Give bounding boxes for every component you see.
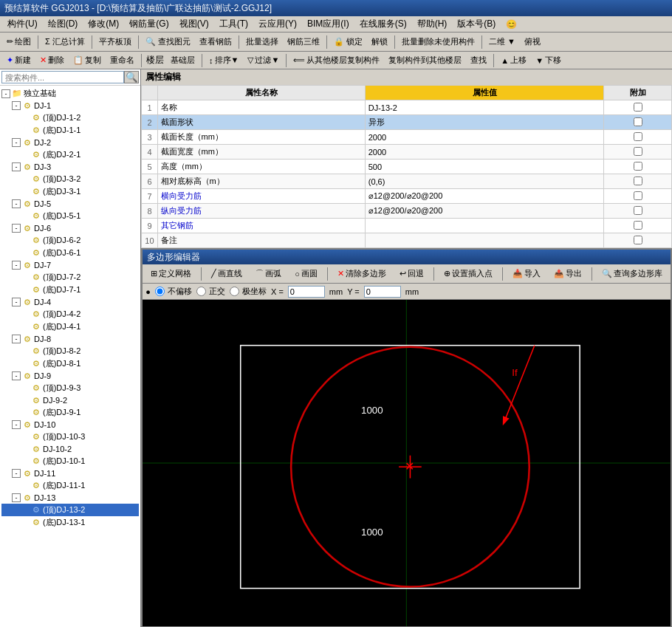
tree-node-dj11-1[interactable]: ⚙ (底)DJ-11-1 xyxy=(1,479,139,492)
tree-node-dj8-2[interactable]: ⚙ (顶)DJ-8-2 xyxy=(1,345,139,357)
dj8-toggle[interactable]: - xyxy=(12,335,21,343)
menu-rebar[interactable]: 钢筋量(G) xyxy=(125,17,173,31)
tree-node-dj6-1[interactable]: ⚙ (底)DJ-6-1 xyxy=(1,247,139,259)
menu-help[interactable]: 帮助(H) xyxy=(413,17,452,31)
view-2d-button[interactable]: 二维 ▼ xyxy=(485,35,519,49)
dj4-toggle[interactable]: - xyxy=(12,298,21,306)
tree-node-dj1-1[interactable]: ⚙ (底)DJ-1-1 xyxy=(1,124,139,137)
menu-version[interactable]: 版本号(B) xyxy=(453,17,500,31)
floor-align-button[interactable]: 平齐板顶 xyxy=(95,35,135,49)
menu-cloud[interactable]: 云应用(Y) xyxy=(254,17,301,31)
draw-button[interactable]: ✏ 绘图 xyxy=(3,35,35,49)
lock-button[interactable]: 🔒 锁定 xyxy=(330,35,366,49)
checkbox-8[interactable] xyxy=(634,206,642,215)
calc-button[interactable]: Σ 汇总计算 xyxy=(41,35,89,49)
prop-row-value-9[interactable] xyxy=(365,219,604,233)
dj5-toggle[interactable]: - xyxy=(12,199,21,208)
prop-row-checkbox-2[interactable] xyxy=(604,115,672,130)
tree-node-dj13[interactable]: - ⚙ DJ-13 xyxy=(1,492,139,504)
checkbox-7[interactable] xyxy=(634,191,642,200)
tree-area[interactable]: - 📁 独立基础 - ⚙ DJ-1 ⚙ (顶)DJ-1-2 ⚙ (底)DJ-1-… xyxy=(0,86,140,627)
unlock-button[interactable]: 解锁 xyxy=(368,35,391,49)
find-button[interactable]: 查找 xyxy=(467,53,490,67)
rebar3d-button[interactable]: 钢筋三维 xyxy=(284,35,323,49)
batch-select-button[interactable]: 批量选择 xyxy=(242,35,282,49)
import-button[interactable]: 📥 导入 xyxy=(507,267,546,281)
tree-node-dj9[interactable]: - ⚙ DJ-9 xyxy=(1,370,139,382)
menu-construct[interactable]: 构件(U) xyxy=(3,17,42,31)
tree-node-dj1[interactable]: - ⚙ DJ-1 xyxy=(1,100,139,112)
dj1-toggle[interactable]: - xyxy=(12,101,21,110)
tree-node-dj1-2[interactable]: ⚙ (顶)DJ-1-2 xyxy=(1,112,139,124)
tree-node-dj2-1[interactable]: ⚙ (底)DJ-2-1 xyxy=(1,148,139,161)
view-rebar-button[interactable]: 查看钢筋 xyxy=(196,35,236,49)
find-elem-button[interactable]: 🔍 查找图元 xyxy=(142,35,194,49)
orthogonal-group[interactable]: 正交 xyxy=(196,286,225,297)
tree-node-dj8[interactable]: - ⚙ DJ-8 xyxy=(1,333,139,345)
prop-row-value-6[interactable]: (0,6) xyxy=(365,174,604,189)
no-offset-radio[interactable] xyxy=(155,287,165,296)
delete-button[interactable]: ✕ 删除 xyxy=(36,53,68,67)
x-input[interactable] xyxy=(288,286,325,298)
tree-node-dj10[interactable]: - ⚙ DJ-10 xyxy=(1,419,139,431)
no-offset-group[interactable]: 不偏移 xyxy=(155,286,192,297)
up-button[interactable]: ▲ 上移 xyxy=(497,53,530,67)
dj10-toggle[interactable]: - xyxy=(12,420,21,429)
new-button[interactable]: ✦ 新建 xyxy=(3,53,35,67)
tree-node-dj6[interactable]: - ⚙ DJ-6 xyxy=(1,222,139,234)
tree-node-dj6-2[interactable]: ⚙ (顶)DJ-6-2 xyxy=(1,234,139,247)
rename-button[interactable]: 重命名 xyxy=(106,53,138,67)
root-toggle[interactable]: - xyxy=(1,89,10,98)
tree-node-dj10-1[interactable]: ⚙ (底)DJ-10-1 xyxy=(1,455,139,467)
prop-row-checkbox-8[interactable] xyxy=(604,204,672,219)
tree-node-dj8-1[interactable]: ⚙ (底)DJ-8-1 xyxy=(1,357,139,370)
search-input[interactable] xyxy=(1,71,124,83)
tree-node-dj13-2[interactable]: ⚙ (顶)DJ-13-2 xyxy=(1,504,139,516)
filter-button[interactable]: ▽ 过滤▼ xyxy=(244,53,283,67)
query-lib-button[interactable]: 🔍 查询多边形库 xyxy=(597,267,668,281)
tree-node-dj4-2[interactable]: ⚙ (顶)DJ-4-2 xyxy=(1,308,139,321)
tree-node-dj7-2[interactable]: ⚙ (顶)DJ-7-2 xyxy=(1,271,139,284)
tree-node-dj9-3[interactable]: ⚙ (顶)DJ-9-3 xyxy=(1,382,139,394)
tree-node-dj5[interactable]: - ⚙ DJ-5 xyxy=(1,198,139,210)
copy-to-button[interactable]: 复制构件到其他楼层 xyxy=(385,53,465,67)
y-input[interactable] xyxy=(364,286,401,298)
prop-row-value-2[interactable]: 异形 xyxy=(365,115,604,130)
prop-row-value-8[interactable]: ⌀12@200/⌀20@200 xyxy=(365,204,604,219)
search-button[interactable]: 🔍 xyxy=(124,71,139,83)
prop-row-checkbox-1[interactable] xyxy=(604,100,672,115)
canvas-area[interactable]: ✕ 1000 1000 If xyxy=(143,300,671,626)
batch-delete-button[interactable]: 批量删除未使用构件 xyxy=(398,35,479,49)
dj7-toggle[interactable]: - xyxy=(12,261,21,270)
checkbox-9[interactable] xyxy=(634,221,642,230)
tree-node-dj7-1[interactable]: ⚙ (底)DJ-7-1 xyxy=(1,284,139,296)
down-button[interactable]: ▼ 下移 xyxy=(532,53,565,67)
prop-row-value-10[interactable] xyxy=(365,233,604,248)
set-insert-button[interactable]: ⊕ 设置插入点 xyxy=(439,267,498,281)
orthogonal-radio[interactable] xyxy=(196,287,206,296)
tree-node-dj5-1[interactable]: ⚙ (底)DJ-5-1 xyxy=(1,210,139,222)
tree-node-dj3[interactable]: - ⚙ DJ-3 xyxy=(1,161,139,173)
undo-button[interactable]: ↩ 回退 xyxy=(394,267,429,281)
prop-row-checkbox-3[interactable] xyxy=(604,130,672,145)
top-view-button[interactable]: 俯视 xyxy=(521,35,544,49)
tree-node-dj11[interactable]: - ⚙ DJ-11 xyxy=(1,467,139,479)
dj3-toggle[interactable]: - xyxy=(12,162,21,171)
checkbox-5[interactable] xyxy=(634,162,642,171)
tree-node-dj9-2[interactable]: ⚙ DJ-9-2 xyxy=(1,394,139,406)
menu-bim[interactable]: BIM应用(I) xyxy=(303,17,354,31)
dj11-toggle[interactable]: - xyxy=(12,469,21,478)
menu-smiley[interactable]: 😊 xyxy=(501,18,521,30)
menu-view[interactable]: 视图(V) xyxy=(175,17,213,31)
tree-node-dj13-1[interactable]: ⚙ (底)DJ-13-1 xyxy=(1,516,139,529)
menu-online[interactable]: 在线服务(S) xyxy=(355,17,411,31)
tree-root[interactable]: - 📁 独立基础 xyxy=(1,87,139,100)
menu-tools[interactable]: 工具(T) xyxy=(215,17,253,31)
checkbox-4[interactable] xyxy=(634,147,642,156)
prop-row-value-7[interactable]: ⌀12@200/⌀20@200 xyxy=(365,189,604,204)
copy-button[interactable]: 📋 复制 xyxy=(69,53,105,67)
tree-node-dj7[interactable]: - ⚙ DJ-7 xyxy=(1,259,139,271)
draw-line-button[interactable]: ╱ 画直线 xyxy=(206,267,247,281)
polar-group[interactable]: 极坐标 xyxy=(230,286,267,297)
prop-row-checkbox-4[interactable] xyxy=(604,145,672,160)
